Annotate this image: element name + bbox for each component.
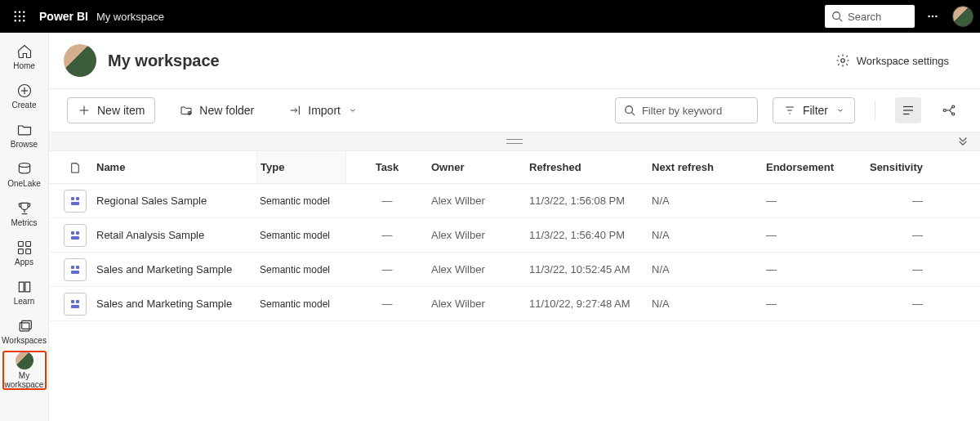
expand-panel-button[interactable] bbox=[957, 135, 969, 149]
cell-next-refresh: N/A bbox=[648, 229, 763, 241]
semantic-model-icon bbox=[64, 258, 87, 281]
cell-sensitivity: — bbox=[861, 263, 926, 275]
lineage-icon bbox=[942, 103, 956, 118]
chevron-double-down-icon bbox=[957, 135, 969, 146]
workspace-settings-button[interactable]: Workspace settings bbox=[824, 47, 960, 74]
col-refreshed[interactable]: Refreshed bbox=[526, 161, 648, 173]
new-folder-button[interactable]: New folder bbox=[170, 97, 264, 123]
search-icon bbox=[831, 11, 843, 22]
nav-rail: Home Create Browse OneLake Metrics Apps … bbox=[0, 33, 49, 421]
col-type[interactable]: Type bbox=[256, 151, 346, 183]
svg-point-0 bbox=[15, 11, 16, 13]
svg-point-42 bbox=[943, 110, 946, 112]
cell-sensitivity: — bbox=[861, 298, 926, 310]
folder-icon bbox=[16, 122, 33, 138]
svg-point-43 bbox=[952, 105, 955, 108]
action-toolbar: New item New folder Import Filter by key… bbox=[49, 89, 980, 132]
nav-metrics-label: Metrics bbox=[11, 218, 37, 227]
nav-learn[interactable]: Learn bbox=[3, 273, 46, 311]
cell-endorsement: — bbox=[763, 298, 861, 310]
col-owner[interactable]: Owner bbox=[428, 161, 526, 173]
cell-next-refresh: N/A bbox=[648, 298, 763, 310]
new-item-button[interactable]: New item bbox=[67, 97, 155, 123]
import-button[interactable]: Import bbox=[278, 97, 367, 123]
table-header-row: Name Type Task Owner Refreshed Next refr… bbox=[49, 151, 980, 184]
cell-type: Semantic model bbox=[256, 230, 346, 241]
svg-point-2 bbox=[23, 11, 24, 13]
plus-icon bbox=[78, 104, 91, 117]
table-row[interactable]: Retail Analysis Sample Semantic model — … bbox=[49, 218, 980, 253]
folder-plus-icon bbox=[180, 104, 193, 117]
filter-keyword-input[interactable]: Filter by keyword bbox=[615, 97, 758, 123]
svg-point-13 bbox=[935, 16, 937, 17]
cell-sensitivity: — bbox=[861, 229, 926, 241]
cell-endorsement: — bbox=[763, 263, 861, 275]
app-launcher-button[interactable] bbox=[7, 3, 33, 29]
svg-rect-25 bbox=[21, 320, 31, 329]
cell-endorsement: — bbox=[763, 195, 861, 207]
cell-task: — bbox=[346, 195, 428, 207]
cell-refreshed: 11/3/22, 10:52:45 AM bbox=[526, 263, 648, 275]
svg-point-11 bbox=[928, 16, 929, 17]
svg-rect-24 bbox=[20, 322, 29, 330]
nav-apps[interactable]: Apps bbox=[3, 234, 46, 271]
list-view-button[interactable] bbox=[895, 97, 921, 123]
svg-line-35 bbox=[632, 113, 635, 116]
filter-keyword-placeholder: Filter by keyword bbox=[642, 105, 722, 117]
nav-home[interactable]: Home bbox=[3, 38, 46, 75]
col-next-refresh[interactable]: Next refresh bbox=[648, 161, 763, 173]
nav-onelake-label: OneLake bbox=[7, 179, 41, 188]
cell-task: — bbox=[346, 298, 428, 310]
workspace-avatar-icon bbox=[16, 352, 33, 369]
nav-browse[interactable]: Browse bbox=[3, 116, 46, 154]
table-row[interactable]: Sales and Marketing Sample Semantic mode… bbox=[49, 287, 980, 321]
nav-create[interactable]: Create bbox=[3, 77, 46, 114]
user-avatar[interactable] bbox=[952, 6, 973, 27]
search-placeholder: Search bbox=[848, 11, 881, 23]
svg-rect-21 bbox=[25, 241, 30, 246]
cell-next-refresh: N/A bbox=[648, 195, 763, 207]
cell-name: Regional Sales Sample bbox=[93, 195, 256, 207]
table-row[interactable]: Regional Sales Sample Semantic model — A… bbox=[49, 184, 980, 218]
more-options-button[interactable] bbox=[920, 3, 946, 29]
svg-rect-20 bbox=[18, 241, 23, 246]
search-icon bbox=[624, 105, 635, 116]
search-input[interactable]: Search bbox=[825, 5, 915, 28]
workspaces-icon bbox=[16, 318, 33, 334]
nav-workspaces[interactable]: Workspaces bbox=[3, 312, 46, 350]
filter-label: Filter bbox=[803, 104, 828, 117]
svg-line-10 bbox=[840, 19, 843, 22]
toolbar-divider bbox=[875, 101, 875, 120]
filter-button[interactable]: Filter bbox=[773, 97, 855, 123]
cell-type: Semantic model bbox=[256, 264, 346, 275]
col-task[interactable]: Task bbox=[346, 161, 428, 173]
svg-point-7 bbox=[19, 20, 20, 21]
cell-name: Sales and Marketing Sample bbox=[93, 263, 256, 275]
semantic-model-icon bbox=[64, 224, 87, 247]
col-name[interactable]: Name bbox=[93, 161, 256, 173]
col-icon[interactable] bbox=[57, 162, 93, 173]
nav-my-workspace[interactable]: My workspace bbox=[3, 352, 46, 389]
plus-circle-icon bbox=[16, 83, 33, 99]
svg-point-4 bbox=[19, 16, 20, 17]
gripper-icon bbox=[506, 139, 523, 144]
nav-metrics[interactable]: Metrics bbox=[3, 195, 46, 232]
col-endorsement[interactable]: Endorsement bbox=[763, 161, 861, 173]
nav-onelake[interactable]: OneLake bbox=[3, 155, 46, 193]
col-sensitivity[interactable]: Sensitivity bbox=[861, 161, 926, 173]
apps-icon bbox=[16, 240, 33, 256]
svg-point-9 bbox=[833, 12, 840, 20]
breadcrumb[interactable]: My workspace bbox=[96, 11, 164, 23]
svg-point-6 bbox=[15, 20, 16, 21]
svg-rect-23 bbox=[25, 249, 30, 253]
gear-icon bbox=[835, 53, 850, 68]
svg-rect-22 bbox=[18, 249, 23, 253]
panel-gripper[interactable] bbox=[49, 132, 980, 151]
workspace-header: My workspace Workspace settings bbox=[49, 33, 980, 89]
cell-endorsement: — bbox=[763, 229, 861, 241]
table-row[interactable]: Sales and Marketing Sample Semantic mode… bbox=[49, 253, 980, 287]
cell-owner: Alex Wilber bbox=[428, 298, 526, 310]
svg-point-12 bbox=[932, 16, 933, 17]
svg-point-26 bbox=[841, 59, 845, 63]
lineage-view-button[interactable] bbox=[936, 97, 962, 123]
